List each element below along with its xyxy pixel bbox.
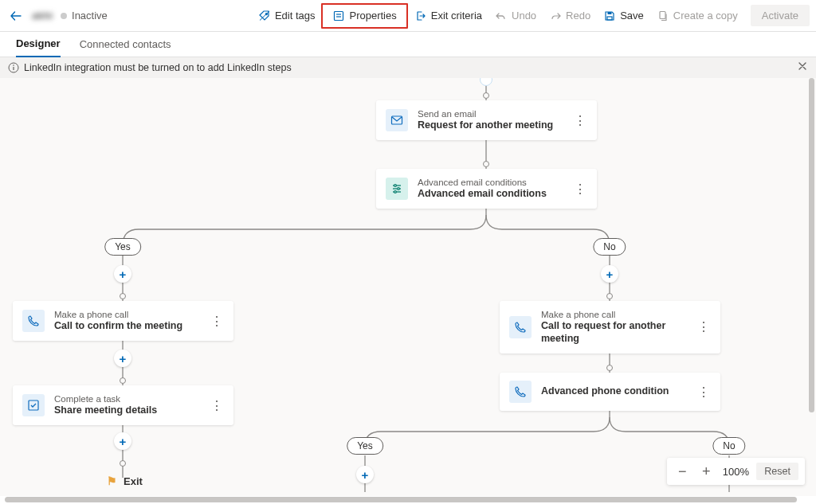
designer-canvas[interactable]: Yes No Yes No + + + + + Send an email Re… xyxy=(0,78,816,496)
node-title: Call to confirm the meeting xyxy=(54,320,200,333)
node-more-button[interactable]: ⋮ xyxy=(573,113,587,128)
node-title: Advanced email conditions xyxy=(418,188,563,201)
undo-icon xyxy=(495,10,508,22)
redo-label: Redo xyxy=(566,10,590,21)
junction xyxy=(120,377,126,384)
junction xyxy=(483,161,489,167)
task-icon xyxy=(22,394,45,416)
undo-button[interactable]: Undo xyxy=(488,6,543,25)
info-message: LinkedIn integration must be turned on t… xyxy=(24,62,292,73)
properties-highlight: Properties xyxy=(321,3,407,29)
back-button[interactable] xyxy=(6,6,26,25)
info-bar: LinkedIn integration must be turned on t… xyxy=(0,57,816,78)
email-icon xyxy=(386,109,408,131)
node-subtitle: Complete a task xyxy=(54,393,200,404)
exit-node[interactable]: ⚑ Exit xyxy=(107,475,143,487)
add-step-button[interactable]: + xyxy=(356,466,374,483)
info-close-button[interactable] xyxy=(797,61,808,75)
zoom-reset-button[interactable]: Reset xyxy=(756,463,798,480)
exit-icon xyxy=(414,10,427,22)
node-adv-phone-condition[interactable]: Advanced phone condition ⋮ xyxy=(500,373,720,411)
svg-point-26 xyxy=(394,185,397,187)
flag-icon: ⚑ xyxy=(107,475,117,487)
branch-label-no: No xyxy=(593,238,626,256)
svg-point-10 xyxy=(13,64,14,66)
branch-label-yes-2: Yes xyxy=(347,437,383,455)
phone-icon xyxy=(509,316,532,338)
status-label: Inactive xyxy=(72,10,108,21)
exit-criteria-button[interactable]: Exit criteria xyxy=(408,6,488,25)
top-command-bar: akhi Inactive Edit tags Properties Exit … xyxy=(0,0,816,32)
redo-icon xyxy=(549,10,562,22)
edit-tags-button[interactable]: Edit tags xyxy=(252,6,322,25)
junction xyxy=(606,365,613,371)
save-label: Save xyxy=(620,10,644,21)
redo-button[interactable]: Redo xyxy=(543,6,597,25)
node-title: Call to request for another meeting xyxy=(541,320,687,345)
junction xyxy=(483,92,489,99)
node-more-button[interactable]: ⋮ xyxy=(210,398,224,413)
vertical-scrollbar[interactable] xyxy=(809,78,814,412)
node-more-button[interactable]: ⋮ xyxy=(696,319,711,334)
svg-rect-29 xyxy=(29,400,38,410)
conditions-icon xyxy=(386,178,408,200)
node-title: Share meeting details xyxy=(54,404,200,417)
properties-label: Properties xyxy=(349,10,396,21)
node-more-button[interactable]: ⋮ xyxy=(696,385,711,400)
exit-criteria-label: Exit criteria xyxy=(431,10,482,21)
save-icon xyxy=(603,10,616,22)
node-more-button[interactable]: ⋮ xyxy=(210,314,224,329)
zoom-value: 100% xyxy=(721,466,750,478)
node-send-email[interactable]: Send an email Request for another meetin… xyxy=(376,100,597,140)
phone-icon xyxy=(22,310,45,332)
add-step-button[interactable]: + xyxy=(114,265,131,283)
add-step-button[interactable]: + xyxy=(114,350,131,367)
edit-tags-label: Edit tags xyxy=(275,10,316,21)
node-complete-task[interactable]: Complete a task Share meeting details ⋮ xyxy=(13,385,233,425)
tab-designer[interactable]: Designer xyxy=(16,37,61,57)
info-icon xyxy=(8,62,19,73)
copy-icon xyxy=(657,10,669,22)
close-icon xyxy=(797,61,808,72)
zoom-out-button[interactable]: − xyxy=(673,463,691,480)
page-title: akhi xyxy=(32,10,53,21)
branch-label-no-2: No xyxy=(712,437,745,455)
tabs-bar: Designer Connected contacts xyxy=(0,32,816,57)
svg-point-27 xyxy=(398,188,400,190)
svg-rect-6 xyxy=(608,12,612,14)
zoom-in-button[interactable]: + xyxy=(697,463,715,480)
save-button[interactable]: Save xyxy=(597,6,650,25)
svg-rect-7 xyxy=(660,11,665,18)
create-copy-button[interactable]: Create a copy xyxy=(650,6,744,25)
properties-button[interactable]: Properties xyxy=(326,6,402,25)
properties-icon xyxy=(332,10,345,22)
zoom-control: − + 100% Reset xyxy=(667,458,805,485)
node-subtitle: Make a phone call xyxy=(54,309,200,320)
svg-rect-2 xyxy=(335,11,343,20)
arrow-left-icon xyxy=(10,10,22,22)
node-subtitle: Advanced email conditions xyxy=(418,177,563,188)
activate-button[interactable]: Activate xyxy=(751,5,810,26)
svg-point-28 xyxy=(394,191,397,193)
node-adv-email-conditions[interactable]: Advanced email conditions Advanced email… xyxy=(376,169,597,209)
node-subtitle: Make a phone call xyxy=(541,309,687,320)
top-node-stub xyxy=(480,78,492,86)
node-call-request[interactable]: Make a phone call Call to request for an… xyxy=(500,301,720,354)
add-step-button[interactable]: + xyxy=(114,432,131,450)
junction xyxy=(606,293,613,299)
exit-label: Exit xyxy=(124,475,143,487)
node-subtitle: Send an email xyxy=(418,108,563,119)
add-step-button[interactable]: + xyxy=(601,265,618,283)
phone-condition-icon xyxy=(509,381,532,403)
branch-label-yes: Yes xyxy=(104,238,141,256)
junction xyxy=(120,293,126,299)
node-title: Request for another meeting xyxy=(418,119,563,132)
horizontal-scrollbar[interactable] xyxy=(5,497,797,502)
undo-label: Undo xyxy=(512,10,536,21)
tab-connected-contacts[interactable]: Connected contacts xyxy=(80,38,171,57)
junction xyxy=(120,460,126,467)
node-call-confirm[interactable]: Make a phone call Call to confirm the me… xyxy=(13,301,233,341)
svg-line-1 xyxy=(260,11,269,21)
node-more-button[interactable]: ⋮ xyxy=(573,182,587,197)
tag-icon xyxy=(258,10,271,22)
